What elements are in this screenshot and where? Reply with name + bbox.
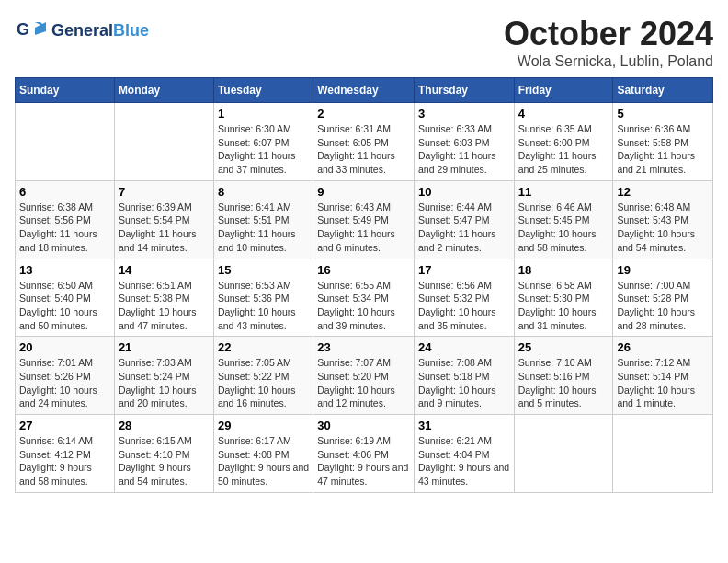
calendar-day-cell: 14Sunrise: 6:51 AM Sunset: 5:38 PM Dayli… — [114, 259, 213, 337]
page-header: G GeneralBlue October 2024 Wola Sernicka… — [15, 15, 713, 70]
day-number: 30 — [317, 419, 410, 432]
calendar-day-cell: 2Sunrise: 6:31 AM Sunset: 6:05 PM Daylig… — [313, 103, 415, 181]
day-number: 8 — [218, 185, 309, 199]
day-detail: Sunrise: 6:35 AM Sunset: 6:00 PM Dayligh… — [518, 122, 609, 177]
day-detail: Sunrise: 6:15 AM Sunset: 4:10 PM Dayligh… — [119, 434, 210, 488]
calendar-day-cell: 21Sunrise: 7:03 AM Sunset: 5:24 PM Dayli… — [114, 337, 213, 415]
day-number: 17 — [418, 263, 510, 277]
svg-text:G: G — [17, 20, 29, 39]
calendar-week-row: 20Sunrise: 7:01 AM Sunset: 5:26 PM Dayli… — [16, 337, 713, 415]
calendar-day-cell: 13Sunrise: 6:50 AM Sunset: 5:40 PM Dayli… — [16, 259, 115, 337]
calendar-title: October 2024 — [504, 15, 713, 53]
day-number: 12 — [617, 185, 709, 199]
calendar-day-cell: 10Sunrise: 6:44 AM Sunset: 5:47 PM Dayli… — [414, 180, 514, 259]
logo-name: GeneralBlue — [51, 22, 149, 40]
day-detail: Sunrise: 7:08 AM Sunset: 5:18 PM Dayligh… — [418, 356, 510, 410]
calendar-day-cell: 18Sunrise: 6:58 AM Sunset: 5:30 PM Dayli… — [514, 259, 613, 337]
day-number: 6 — [19, 185, 110, 199]
calendar-body: 1Sunrise: 6:30 AM Sunset: 6:07 PM Daylig… — [16, 103, 713, 493]
day-number: 3 — [418, 107, 510, 121]
day-number: 18 — [518, 263, 609, 277]
day-number: 13 — [19, 263, 110, 277]
calendar-day-cell: 31Sunrise: 6:21 AM Sunset: 4:04 PM Dayli… — [414, 415, 514, 493]
calendar-day-cell: 16Sunrise: 6:55 AM Sunset: 5:34 PM Dayli… — [313, 259, 415, 337]
day-detail: Sunrise: 6:17 AM Sunset: 4:08 PM Dayligh… — [218, 434, 309, 488]
calendar-day-cell: 17Sunrise: 6:56 AM Sunset: 5:32 PM Dayli… — [414, 259, 514, 337]
day-detail: Sunrise: 6:33 AM Sunset: 6:03 PM Dayligh… — [418, 122, 510, 177]
day-number: 23 — [317, 340, 410, 354]
day-detail: Sunrise: 6:50 AM Sunset: 5:40 PM Dayligh… — [19, 279, 110, 333]
day-number: 22 — [218, 340, 309, 354]
day-number: 9 — [317, 185, 410, 199]
day-number: 31 — [418, 419, 510, 432]
day-number: 29 — [218, 419, 309, 432]
day-detail: Sunrise: 6:43 AM Sunset: 5:49 PM Dayligh… — [317, 201, 410, 255]
calendar-day-cell: 25Sunrise: 7:10 AM Sunset: 5:16 PM Dayli… — [514, 337, 613, 415]
day-detail: Sunrise: 6:56 AM Sunset: 5:32 PM Dayligh… — [418, 279, 510, 333]
logo-icon: G — [15, 15, 48, 48]
day-detail: Sunrise: 6:58 AM Sunset: 5:30 PM Dayligh… — [518, 279, 609, 333]
calendar-day-cell: 30Sunrise: 6:19 AM Sunset: 4:06 PM Dayli… — [313, 415, 415, 493]
day-detail: Sunrise: 7:05 AM Sunset: 5:22 PM Dayligh… — [218, 356, 309, 410]
calendar-day-cell — [514, 415, 613, 493]
calendar-day-cell — [16, 103, 115, 181]
day-number: 25 — [518, 340, 609, 354]
day-detail: Sunrise: 6:44 AM Sunset: 5:47 PM Dayligh… — [418, 201, 510, 255]
calendar-day-cell: 29Sunrise: 6:17 AM Sunset: 4:08 PM Dayli… — [213, 415, 313, 493]
day-number: 16 — [317, 263, 410, 277]
weekday-header: Tuesday — [213, 78, 313, 103]
day-detail: Sunrise: 7:00 AM Sunset: 5:28 PM Dayligh… — [617, 279, 709, 333]
day-number: 27 — [19, 419, 110, 432]
day-number: 11 — [518, 185, 609, 199]
calendar-day-cell: 7Sunrise: 6:39 AM Sunset: 5:54 PM Daylig… — [114, 180, 213, 259]
calendar-day-cell: 22Sunrise: 7:05 AM Sunset: 5:22 PM Dayli… — [213, 337, 313, 415]
weekday-header: Thursday — [414, 78, 514, 103]
day-number: 1 — [218, 107, 309, 121]
weekday-header: Friday — [514, 78, 613, 103]
day-number: 20 — [19, 340, 110, 354]
day-number: 4 — [518, 107, 609, 121]
day-detail: Sunrise: 6:46 AM Sunset: 5:45 PM Dayligh… — [518, 201, 609, 255]
day-number: 24 — [418, 340, 510, 354]
day-number: 5 — [617, 107, 709, 121]
calendar-day-cell: 19Sunrise: 7:00 AM Sunset: 5:28 PM Dayli… — [613, 259, 713, 337]
day-detail: Sunrise: 6:14 AM Sunset: 4:12 PM Dayligh… — [19, 434, 110, 488]
day-number: 21 — [119, 340, 210, 354]
day-detail: Sunrise: 6:36 AM Sunset: 5:58 PM Dayligh… — [617, 122, 709, 177]
calendar-week-row: 1Sunrise: 6:30 AM Sunset: 6:07 PM Daylig… — [16, 103, 713, 181]
logo: G GeneralBlue — [15, 15, 149, 48]
day-detail: Sunrise: 7:07 AM Sunset: 5:20 PM Dayligh… — [317, 356, 410, 410]
calendar-day-cell: 1Sunrise: 6:30 AM Sunset: 6:07 PM Daylig… — [213, 103, 313, 181]
calendar-day-cell: 23Sunrise: 7:07 AM Sunset: 5:20 PM Dayli… — [313, 337, 415, 415]
calendar-week-row: 6Sunrise: 6:38 AM Sunset: 5:56 PM Daylig… — [16, 180, 713, 259]
day-detail: Sunrise: 6:19 AM Sunset: 4:06 PM Dayligh… — [317, 434, 410, 488]
calendar-day-cell: 27Sunrise: 6:14 AM Sunset: 4:12 PM Dayli… — [16, 415, 115, 493]
calendar-day-cell — [613, 415, 713, 493]
calendar-header: SundayMondayTuesdayWednesdayThursdayFrid… — [16, 78, 713, 103]
calendar-day-cell: 12Sunrise: 6:48 AM Sunset: 5:43 PM Dayli… — [613, 180, 713, 259]
day-detail: Sunrise: 6:51 AM Sunset: 5:38 PM Dayligh… — [119, 279, 210, 333]
day-detail: Sunrise: 6:21 AM Sunset: 4:04 PM Dayligh… — [418, 434, 510, 488]
day-number: 15 — [218, 263, 309, 277]
calendar-day-cell: 5Sunrise: 6:36 AM Sunset: 5:58 PM Daylig… — [613, 103, 713, 181]
calendar-day-cell — [114, 103, 213, 181]
day-number: 7 — [119, 185, 210, 199]
weekday-header: Monday — [114, 78, 213, 103]
calendar-day-cell: 3Sunrise: 6:33 AM Sunset: 6:03 PM Daylig… — [414, 103, 514, 181]
calendar-day-cell: 28Sunrise: 6:15 AM Sunset: 4:10 PM Dayli… — [114, 415, 213, 493]
title-block: October 2024 Wola Sernicka, Lublin, Pola… — [504, 15, 713, 70]
day-detail: Sunrise: 6:31 AM Sunset: 6:05 PM Dayligh… — [317, 122, 410, 177]
day-number: 26 — [617, 340, 709, 354]
weekday-header: Wednesday — [313, 78, 415, 103]
day-detail: Sunrise: 6:53 AM Sunset: 5:36 PM Dayligh… — [218, 279, 309, 333]
day-detail: Sunrise: 6:39 AM Sunset: 5:54 PM Dayligh… — [119, 201, 210, 255]
weekday-row: SundayMondayTuesdayWednesdayThursdayFrid… — [16, 78, 713, 103]
calendar-day-cell: 11Sunrise: 6:46 AM Sunset: 5:45 PM Dayli… — [514, 180, 613, 259]
day-detail: Sunrise: 7:10 AM Sunset: 5:16 PM Dayligh… — [518, 356, 609, 410]
calendar-day-cell: 15Sunrise: 6:53 AM Sunset: 5:36 PM Dayli… — [213, 259, 313, 337]
calendar-day-cell: 20Sunrise: 7:01 AM Sunset: 5:26 PM Dayli… — [16, 337, 115, 415]
calendar-day-cell: 4Sunrise: 6:35 AM Sunset: 6:00 PM Daylig… — [514, 103, 613, 181]
day-number: 19 — [617, 263, 709, 277]
calendar-day-cell: 26Sunrise: 7:12 AM Sunset: 5:14 PM Dayli… — [613, 337, 713, 415]
calendar-subtitle: Wola Sernicka, Lublin, Poland — [504, 53, 713, 70]
